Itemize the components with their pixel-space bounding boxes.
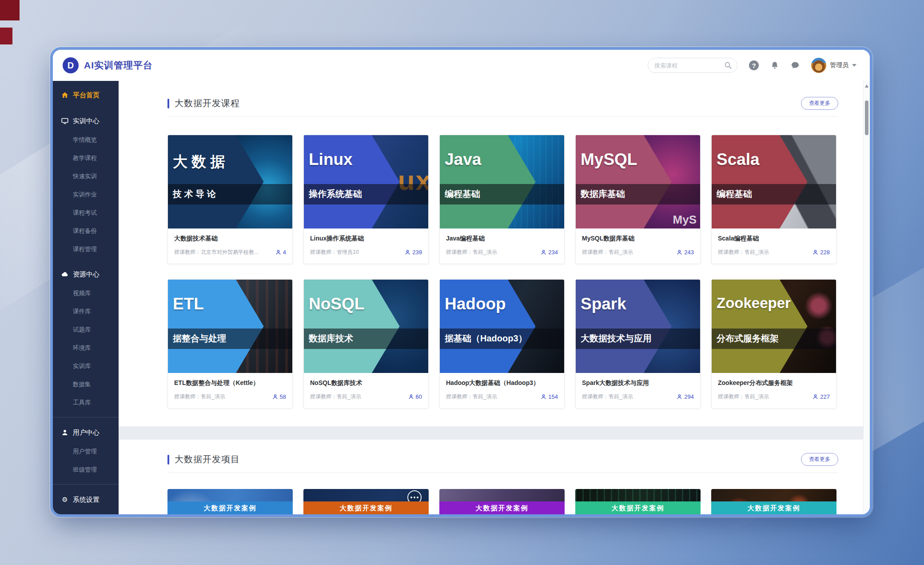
course-card[interactable]: ETL 据整合与处理 ETL数据整合与处理（Kettle） 授课教师：售前_演示… [167, 279, 293, 409]
sidebar-item[interactable]: 数据集 [53, 375, 119, 393]
scrollbar-thumb[interactable] [865, 100, 868, 135]
course-name: Java编程基础 [446, 235, 558, 243]
sidebar-group-label: 资源中心 [73, 270, 100, 279]
sidebar-item[interactable]: 环境库 [53, 339, 119, 357]
course-card[interactable]: Hadoop 据基础（Hadoop3） Hadoop大数据基础（Hadoop3）… [439, 279, 565, 409]
project-card[interactable]: 大数据开发案例 [575, 489, 701, 514]
sidebar-group-training-center[interactable]: 实训中心 [53, 111, 119, 131]
course-teacher: 授课教师：售前_演示 [174, 393, 269, 401]
project-card-row: 大数据开发案例 大数据开发案例 大数据开发案例 大数据开发案例 [167, 489, 838, 514]
search-icon[interactable] [724, 61, 732, 71]
course-name: ETL数据整合与处理（Kettle） [174, 379, 286, 387]
course-name: Scala编程基础 [718, 235, 830, 243]
student-count: 239 [405, 249, 422, 256]
course-cover: Scala 编程基础 [712, 135, 836, 228]
app-window: D AI实训管理平台 ? 管理员 [53, 50, 870, 514]
section-accent-bar [167, 99, 169, 108]
course-card[interactable]: MyS MySQL 数据库基础 MySQL数据库基础 授课教师：售前_演示 [575, 135, 701, 264]
course-cover: Java 编程基础 [440, 135, 564, 228]
course-name: Zookeeper分布式服务框架 [718, 379, 830, 387]
sidebar-item[interactable]: 试题库 [53, 321, 119, 339]
course-card[interactable]: NoSQL 数据库技术 NoSQL数据库技术 授课教师：售前_演示 60 [303, 279, 429, 409]
sidebar-item[interactable]: 课程考试 [53, 204, 119, 222]
course-name: Spark大数据技术与应用 [582, 379, 694, 387]
course-teacher: 授课教师：售前_演示 [446, 248, 537, 256]
person-icon [405, 249, 410, 255]
app-header: D AI实训管理平台 ? 管理员 [53, 50, 870, 81]
student-count: 234 [541, 249, 558, 256]
person-icon [275, 249, 281, 255]
course-card-row: ETL 据整合与处理 ETL数据整合与处理（Kettle） 授课教师：售前_演示… [167, 279, 838, 409]
course-card[interactable]: Zookeeper 分布式服务框架 Zookeeper分布式服务框架 授课教师：… [711, 279, 836, 409]
person-icon [812, 394, 818, 400]
scrollbar[interactable] [863, 81, 870, 514]
view-more-button[interactable]: 查看更多 [801, 97, 838, 110]
sidebar-group-user-center[interactable]: 用户中心 [53, 423, 119, 442]
course-cover: Zookeeper 分布式服务框架 [712, 280, 836, 373]
user-icon [61, 429, 69, 436]
course-name: Hadoop大数据基础（Hadoop3） [446, 379, 558, 387]
header-actions: ? 管理员 [648, 58, 856, 73]
course-name: NoSQL数据库技术 [310, 379, 422, 387]
user-menu[interactable]: 管理员 [811, 58, 856, 73]
project-card[interactable]: 大数据开发案例 [167, 489, 293, 514]
person-icon [677, 249, 682, 255]
project-card[interactable]: 大数据开发案例 [439, 489, 565, 514]
course-teacher: 授课教师：售前_演示 [582, 393, 673, 401]
view-more-button[interactable]: 查看更多 [801, 453, 838, 466]
course-card[interactable]: inux Linux 操作系统基础 Linux操作系统基础 授课教师：管理员10 [303, 135, 429, 264]
sidebar-item[interactable]: 教学课程 [53, 149, 119, 167]
section-accent-bar [167, 455, 169, 465]
sidebar-item[interactable]: 课程备份 [53, 222, 119, 240]
project-card[interactable]: 大数据开发案例 [303, 489, 429, 514]
scroll-up-icon[interactable] [865, 84, 868, 88]
section-courses: 大数据开发课程 查看更多 大 数 据 技 术 导 论 大数据技 [119, 81, 863, 426]
course-teacher: 授课教师：北京市对外贸易学校教... [174, 248, 272, 256]
sidebar-group-resource-center[interactable]: 资源中心 [53, 264, 119, 284]
user-name: 管理员 [830, 61, 848, 69]
sidebar-item[interactable]: 课件库 [53, 302, 119, 321]
course-card[interactable]: 大 数 据 技 术 导 论 大数据技术基础 授课教师：北京市对外贸易学校教...… [167, 135, 293, 264]
sidebar-item[interactable]: 学情概览 [53, 131, 119, 149]
sidebar-item-home[interactable]: 平台首页 [53, 85, 119, 105]
messages-chat-icon[interactable] [791, 61, 800, 70]
sidebar-item[interactable]: 班级管理 [53, 461, 119, 479]
help-icon[interactable]: ? [749, 60, 759, 70]
active-item-notch [119, 86, 123, 94]
divider [53, 417, 119, 417]
sidebar-item[interactable]: 实训作业 [53, 185, 119, 204]
cloud-icon [61, 271, 69, 278]
sidebar-item[interactable]: 工具库 [53, 393, 119, 412]
student-count: 60 [408, 393, 422, 400]
course-cover: inux Linux 操作系统基础 [304, 135, 428, 228]
divider [167, 116, 838, 117]
gear-icon: ⚙ [61, 497, 69, 503]
sidebar-item[interactable]: 用户管理 [53, 442, 119, 461]
divider [53, 484, 119, 485]
course-card[interactable]: Scala 编程基础 Scala编程基础 授课教师：售前_演示 228 [711, 135, 836, 264]
sidebar-item[interactable]: 课程管理 [53, 240, 119, 258]
sidebar-item[interactable]: 快速实训 [53, 167, 119, 185]
course-name: 大数据技术基础 [174, 235, 286, 243]
person-icon [272, 394, 278, 400]
sidebar-item[interactable]: 实训库 [53, 357, 119, 375]
course-name: MySQL数据库基础 [582, 235, 694, 243]
notifications-bell-icon[interactable] [770, 61, 779, 70]
course-card[interactable]: Java 编程基础 Java编程基础 授课教师：售前_演示 234 [439, 135, 565, 264]
course-card-row: 大 数 据 技 术 导 论 大数据技术基础 授课教师：北京市对外贸易学校教...… [167, 135, 838, 264]
course-card[interactable]: Spark 大数据技术与应用 Spark大数据技术与应用 授课教师：售前_演示 … [575, 279, 701, 409]
project-banner: 大数据开发案例 [167, 501, 293, 514]
sidebar-group-system-settings[interactable]: ⚙ 系统设置 [53, 490, 119, 509]
course-teacher: 授课教师：管理员10 [310, 248, 401, 256]
project-card[interactable]: 大数据开发案例 [711, 489, 836, 514]
course-teacher: 授课教师：售前_演示 [718, 248, 809, 256]
course-cover: 大 数 据 技 术 导 论 [168, 135, 292, 228]
course-teacher: 授课教师：售前_演示 [446, 393, 537, 401]
person-icon [541, 394, 546, 400]
student-count: 294 [677, 393, 694, 400]
sidebar-item[interactable]: 视频库 [53, 284, 119, 302]
student-count: 227 [812, 393, 830, 400]
person-icon [541, 249, 546, 255]
search-box [648, 58, 737, 73]
wallpaper-corner-mark [0, 0, 20, 20]
